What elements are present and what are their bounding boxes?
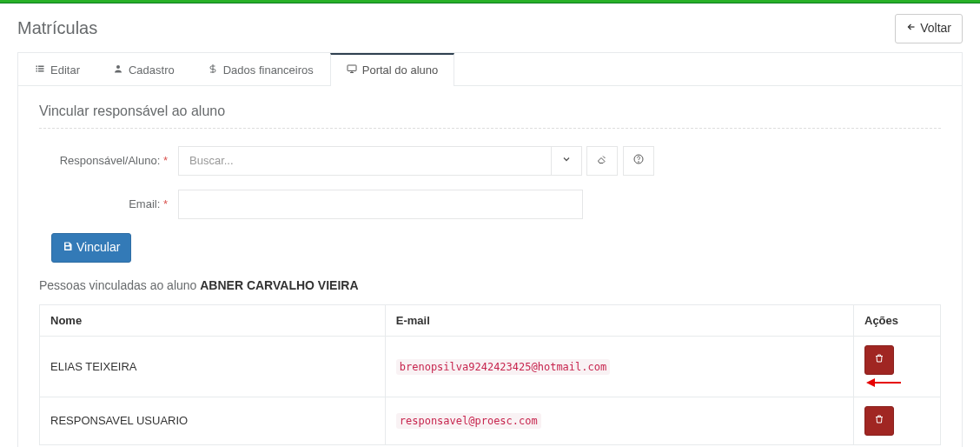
email-link[interactable]: responsavel@proesc.com <box>396 413 541 429</box>
dollar-icon <box>208 63 218 77</box>
svg-rect-4 <box>36 70 38 72</box>
page-header: Matrículas Voltar <box>17 14 963 43</box>
email-link[interactable]: brenopsilva9242423425@hotmail.com <box>396 359 610 375</box>
page-title: Matrículas <box>17 18 97 38</box>
vincular-button[interactable]: Vincular <box>51 233 131 263</box>
cell-name: RESPONSAVEL USUARIO <box>40 397 386 444</box>
tab-bar: Editar Cadastro Dados financeiros Portal… <box>18 53 962 86</box>
required-marker: * <box>163 197 168 210</box>
col-header-actions: Ações <box>854 304 941 336</box>
cell-email: responsavel@proesc.com <box>385 397 853 444</box>
dropdown-toggle-button[interactable] <box>551 146 582 176</box>
search-placeholder: Buscar... <box>189 154 234 167</box>
save-icon <box>63 239 73 257</box>
chevron-down-icon <box>561 154 572 167</box>
cell-email: brenopsilva9242423425@hotmail.com <box>385 336 853 397</box>
student-name: ABNER CARVALHO VIEIRA <box>200 278 358 292</box>
table-row: ELIAS TEIXEIRA brenopsilva9242423425@hot… <box>40 336 941 397</box>
list-icon <box>35 63 45 77</box>
col-header-email: E-mail <box>385 304 853 336</box>
main-panel: Editar Cadastro Dados financeiros Portal… <box>17 52 963 447</box>
arrow-left-icon <box>906 20 917 37</box>
trash-icon <box>874 412 884 430</box>
cell-actions <box>854 397 941 444</box>
tab-dados-financeiros[interactable]: Dados financeiros <box>191 53 330 85</box>
delete-button[interactable] <box>864 406 894 436</box>
svg-point-6 <box>116 65 120 69</box>
responsavel-label: Responsável/Aluno: * <box>39 154 178 167</box>
eraser-icon <box>597 154 607 167</box>
email-label: Email: * <box>39 197 178 210</box>
user-icon <box>113 63 123 77</box>
clear-button[interactable] <box>586 146 618 176</box>
svg-rect-7 <box>348 65 356 71</box>
tab-cadastro[interactable]: Cadastro <box>96 53 191 85</box>
form-row-responsavel: Responsável/Aluno: * Buscar... <box>39 146 941 176</box>
tab-label: Editar <box>50 63 80 77</box>
question-icon <box>633 154 644 167</box>
svg-rect-3 <box>38 68 44 70</box>
svg-rect-2 <box>36 68 38 70</box>
required-marker: * <box>163 154 168 167</box>
cell-name: ELIAS TEIXEIRA <box>40 336 386 397</box>
svg-rect-1 <box>38 65 44 67</box>
trash-icon <box>874 351 884 369</box>
help-button[interactable] <box>623 146 654 176</box>
tab-label: Portal do aluno <box>362 63 438 77</box>
svg-rect-5 <box>38 70 44 72</box>
svg-rect-0 <box>36 65 38 67</box>
delete-button[interactable] <box>864 345 894 375</box>
cell-actions <box>854 336 941 397</box>
form-row-email: Email: * <box>39 190 941 219</box>
responsavel-search-input[interactable]: Buscar... <box>178 146 552 176</box>
monitor-icon <box>347 63 357 77</box>
linked-title: Pessoas vinculadas ao aluno ABNER CARVAL… <box>39 278 941 292</box>
tab-editar[interactable]: Editar <box>18 53 96 85</box>
annotation-arrow-icon <box>868 377 906 388</box>
email-input[interactable] <box>178 190 583 219</box>
linked-people-table: Nome E-mail Ações ELIAS TEIXEIRA brenops… <box>39 304 941 445</box>
tab-label: Cadastro <box>129 63 175 77</box>
col-header-name: Nome <box>40 304 386 336</box>
tab-label: Dados financeiros <box>223 63 314 77</box>
back-button-label: Voltar <box>920 20 951 37</box>
section-title: Vincular responsável ao aluno <box>39 103 941 129</box>
back-button[interactable]: Voltar <box>895 14 963 43</box>
svg-point-9 <box>639 162 639 163</box>
vincular-button-label: Vincular <box>76 239 120 257</box>
tab-portal-do-aluno[interactable]: Portal do aluno <box>330 53 454 86</box>
table-row: RESPONSAVEL USUARIO responsavel@proesc.c… <box>40 397 941 444</box>
